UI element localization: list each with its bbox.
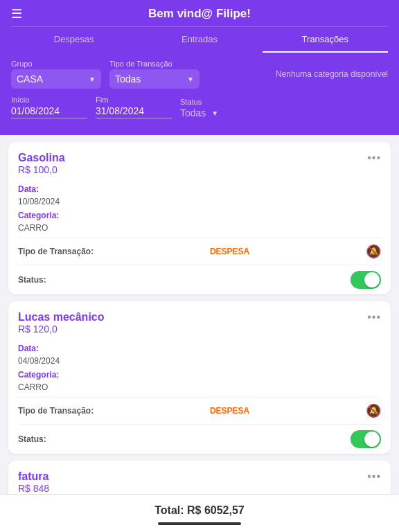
status-value: Todas xyxy=(180,107,206,118)
card-categoria-field: Categoria: CARRO xyxy=(18,368,381,393)
card-more-button[interactable]: ••• xyxy=(367,311,381,323)
categoria-value: CARRO xyxy=(18,223,48,233)
filter-row-1: Grupo CASA ▼ Tipo de Transação Todas ▼ N… xyxy=(11,60,388,89)
status-field-label: Status: xyxy=(18,275,46,285)
card-status-row: Status: xyxy=(18,424,381,454)
status-toggle[interactable] xyxy=(351,430,381,448)
data-label: Data: xyxy=(18,344,39,353)
categoria-value: CARRO xyxy=(18,382,48,392)
toggle-knob xyxy=(364,432,380,447)
notification-icon[interactable]: 🔕 xyxy=(366,403,381,418)
card-amount: R$ 120,0 xyxy=(18,323,105,335)
tipo-transacao-value: DESPESA xyxy=(210,247,249,256)
filters-section: Grupo CASA ▼ Tipo de Transação Todas ▼ N… xyxy=(0,53,399,135)
data-value: 04/08/2024 xyxy=(18,356,60,366)
categoria-label: Categoria: xyxy=(18,370,59,380)
card-amount: R$ 848 xyxy=(18,483,49,494)
filter-row-2: Início 01/08/2024 Fim 31/08/2024 Status … xyxy=(11,96,388,118)
card-data-field: Data: 04/08/2024 xyxy=(18,342,381,366)
toggle-knob xyxy=(364,272,380,287)
transactions-list: Gasolina R$ 100,0 ••• Data: 10/08/2024 C… xyxy=(0,135,399,532)
transaction-card: Lucas mecânico R$ 120,0 ••• Data: 04/08/… xyxy=(8,301,391,454)
card-title: fatura xyxy=(18,470,49,483)
status-toggle[interactable] xyxy=(351,271,381,289)
tab-despesas[interactable]: Despesas xyxy=(11,27,136,53)
notification-icon[interactable]: 🔕 xyxy=(366,244,381,259)
tipo-value: Todas xyxy=(115,73,184,85)
card-data-field: Data: 10/08/2024 xyxy=(18,182,381,207)
inicio-value[interactable]: 01/08/2024 xyxy=(11,105,87,118)
card-header: Lucas mecânico R$ 120,0 ••• xyxy=(18,311,381,339)
card-tipo-row: Tipo de Transação: DESPESA 🔕 xyxy=(18,238,381,265)
categoria-label: Categoria: xyxy=(18,211,59,220)
status-select[interactable]: Todas ▼ xyxy=(180,107,218,118)
data-value: 10/08/2024 xyxy=(18,197,60,206)
status-filter-group: Status Todas ▼ xyxy=(180,98,218,118)
grupo-arrow-icon: ▼ xyxy=(89,76,96,83)
tipo-label: Tipo de Transação xyxy=(109,60,200,68)
tab-transacoes[interactable]: Transações xyxy=(263,27,388,53)
tab-bar: Despesas Entradas Transações xyxy=(11,26,388,53)
card-categoria-field: Categoria: CARRO xyxy=(18,209,381,233)
header-top: ☰ Bem vind@ Filipe! xyxy=(11,7,388,26)
inicio-label: Início xyxy=(11,96,87,104)
grupo-filter-group: Grupo CASA ▼ xyxy=(11,60,101,89)
card-title: Lucas mecânico xyxy=(18,311,105,323)
tab-entradas[interactable]: Entradas xyxy=(136,27,262,53)
grupo-label: Grupo xyxy=(11,60,101,68)
header: ☰ Bem vind@ Filipe! Despesas Entradas Tr… xyxy=(0,0,399,53)
menu-icon[interactable]: ☰ xyxy=(11,6,22,21)
grupo-value: CASA xyxy=(17,73,86,85)
transaction-card: Gasolina R$ 100,0 ••• Data: 10/08/2024 C… xyxy=(8,142,391,294)
footer: Total: R$ 6052,57 xyxy=(0,494,399,532)
data-label: Data: xyxy=(18,184,39,194)
card-title: Gasolina xyxy=(18,152,65,164)
tipo-transacao-label: Tipo de Transação: xyxy=(18,406,94,416)
fim-label: Fim xyxy=(96,96,172,104)
tipo-arrow-icon: ▼ xyxy=(187,76,194,83)
card-amount: R$ 100,0 xyxy=(18,164,65,175)
card-title-amount: Lucas mecânico R$ 120,0 xyxy=(18,311,105,339)
inicio-filter-group: Início 01/08/2024 xyxy=(11,96,87,118)
fim-value[interactable]: 31/08/2024 xyxy=(96,105,172,118)
card-title-amount: Gasolina R$ 100,0 xyxy=(18,152,65,179)
tipo-transacao-label: Tipo de Transação: xyxy=(18,247,94,256)
card-header: Gasolina R$ 100,0 ••• xyxy=(18,152,381,179)
status-field-label: Status: xyxy=(18,434,46,444)
tipo-filter-group: Tipo de Transação Todas ▼ xyxy=(109,60,200,89)
total-label: Total: R$ 6052,57 xyxy=(154,504,245,516)
card-tipo-row: Tipo de Transação: DESPESA 🔕 xyxy=(18,397,381,424)
grupo-select[interactable]: CASA ▼ xyxy=(11,69,101,89)
card-status-row: Status: xyxy=(18,265,381,294)
tipo-select[interactable]: Todas ▼ xyxy=(109,69,200,89)
card-more-button[interactable]: ••• xyxy=(367,470,381,483)
card-more-button[interactable]: ••• xyxy=(367,152,381,164)
footer-bar xyxy=(158,522,241,525)
status-label: Status xyxy=(180,98,218,106)
app-title: Bem vind@ Filipe! xyxy=(148,7,251,21)
status-arrow-icon: ▼ xyxy=(211,109,218,117)
tipo-transacao-value: DESPESA xyxy=(210,406,249,416)
no-category-text: Nenhuma categoria disponível xyxy=(208,69,388,79)
fim-filter-group: Fim 31/08/2024 xyxy=(96,96,172,118)
